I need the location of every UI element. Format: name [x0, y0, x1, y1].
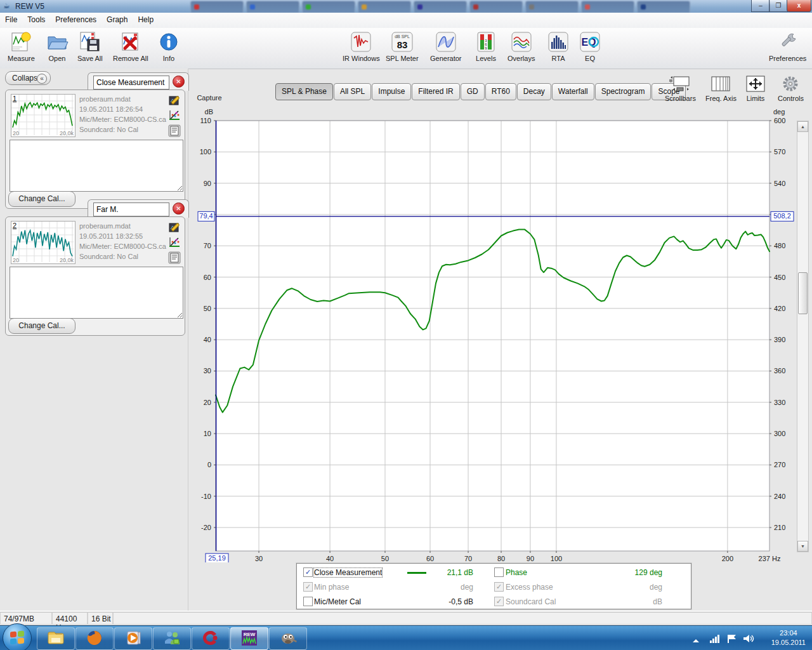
- toolbar-measure-button[interactable]: Measure: [8, 30, 35, 62]
- toolbar-overlays-button[interactable]: Overlays: [508, 30, 535, 62]
- background-tab: [637, 1, 690, 13]
- tab-spl-phase[interactable]: SPL & Phase: [275, 83, 333, 100]
- legend-checkbox-phase[interactable]: [494, 567, 504, 577]
- tab-decay[interactable]: Decay: [517, 83, 551, 100]
- measurement-name-input[interactable]: [93, 76, 169, 90]
- edit-icon[interactable]: [168, 94, 181, 107]
- legend-checkbox-excess-phase[interactable]: ✓: [494, 582, 504, 592]
- tab-spectrogram[interactable]: Spectrogram: [595, 83, 652, 100]
- taskbar-rew[interactable]: REW: [230, 627, 268, 650]
- notes-icon[interactable]: [168, 251, 181, 264]
- y-right-tick-label: 420: [774, 305, 785, 312]
- tab-all-spl[interactable]: All SPL: [334, 83, 371, 100]
- toolbar-levels-button[interactable]: 0369Levels: [475, 30, 497, 62]
- spl-phase-chart[interactable]: dBdeg11010090706050403020100-10-20600570…: [188, 102, 812, 562]
- menu-preferences[interactable]: Preferences: [50, 13, 102, 24]
- toolbar-preferences-button[interactable]: Preferences: [769, 30, 806, 62]
- graph-scrollbar[interactable]: ▲ ▼: [797, 121, 809, 552]
- legend-label[interactable]: Soundcard Cal: [506, 597, 556, 606]
- measurement-name-input[interactable]: [93, 202, 169, 216]
- change-cal-button[interactable]: Change Cal...: [8, 318, 75, 334]
- toolbar-button-label: Save All: [77, 55, 103, 62]
- measurement-panel[interactable]: 12020,0kproberaum.mdat19.05.2011 18:26:5…: [5, 90, 185, 209]
- start-button[interactable]: [3, 623, 32, 650]
- collapse-button[interactable]: Collapse «: [5, 71, 51, 85]
- measurement-close-icon[interactable]: ✕: [173, 76, 185, 88]
- volume-icon[interactable]: [742, 633, 754, 644]
- scatter-icon[interactable]: [168, 109, 181, 122]
- toolbar-button-label: IR Windows: [343, 55, 380, 62]
- notes-icon[interactable]: [168, 124, 181, 137]
- toolbar-remove-all-button[interactable]: Remove All: [113, 30, 148, 62]
- tab-waterfall[interactable]: Waterfall: [552, 83, 594, 100]
- plot-area[interactable]: [216, 121, 769, 551]
- background-tab-favicon: [362, 4, 367, 10]
- menu-tools[interactable]: Tools: [22, 13, 50, 24]
- tab-filtered-ir[interactable]: Filtered IR: [412, 83, 459, 100]
- scroll-up-arrow[interactable]: ▲: [797, 121, 808, 132]
- tray-date: 19.05.2011: [771, 638, 806, 647]
- measurement-thumbnail[interactable]: 12020,0k: [11, 94, 75, 137]
- scatter-icon[interactable]: [168, 236, 181, 249]
- minimize-button[interactable]: –: [751, 0, 770, 12]
- menu-file[interactable]: File: [0, 13, 22, 24]
- toolbar-button-label: RTA: [547, 55, 570, 62]
- ir-windows-icon: [350, 30, 372, 53]
- edit-icon[interactable]: [168, 221, 181, 234]
- background-tab: [581, 1, 634, 13]
- menu-help[interactable]: Help: [133, 13, 159, 24]
- measurement-thumbnail[interactable]: 22020,0k: [11, 221, 75, 264]
- toolbar-eq-button[interactable]: EQEQ: [579, 30, 601, 62]
- toolbar-rta-button[interactable]: RTA: [547, 30, 570, 62]
- measurement-panel[interactable]: 22020,0kproberaum.mdat19.05.2011 18:32:5…: [5, 216, 185, 336]
- y-right-tick-label: 570: [774, 148, 785, 156]
- close-button[interactable]: x: [787, 0, 811, 12]
- tray-clock[interactable]: 23:04 19.05.2011: [771, 628, 806, 647]
- toolbar-open-button[interactable]: Open: [46, 30, 69, 62]
- y-right-tick-label: 390: [774, 336, 785, 343]
- measurement-close-icon[interactable]: ✕: [173, 202, 185, 215]
- measurement-notes-box[interactable]: [10, 140, 183, 192]
- background-tab: [358, 1, 411, 13]
- action-center-flag-icon[interactable]: [726, 633, 737, 644]
- taskbar-firefox[interactable]: [75, 627, 114, 650]
- network-signal-icon[interactable]: [709, 633, 721, 644]
- controls-button[interactable]: Controls: [778, 75, 804, 102]
- media-player-icon: [115, 630, 152, 646]
- legend-label[interactable]: Excess phase: [506, 583, 553, 592]
- taskbar-media-player[interactable]: [114, 627, 152, 650]
- y-left-axis-title: dB: [205, 108, 213, 116]
- x-axis-end-label: 237 Hz: [759, 555, 781, 562]
- start-flag-blue: [10, 638, 16, 644]
- limits-button[interactable]: Limits: [743, 75, 768, 102]
- taskbar-messenger[interactable]: [153, 627, 191, 650]
- toolbar-ir-windows-button[interactable]: IR Windows: [343, 30, 380, 62]
- tab-impulse[interactable]: Impulse: [372, 83, 411, 100]
- freq-axis-button[interactable]: Freq. Axis: [705, 75, 737, 102]
- tab-rt60[interactable]: RT60: [485, 83, 516, 100]
- scroll-thumb[interactable]: [798, 272, 808, 314]
- y-right-tick-label: 210: [774, 524, 785, 531]
- scroll-down-arrow[interactable]: ▼: [797, 541, 808, 552]
- capture-button[interactable]: Capture: [195, 75, 223, 103]
- menu-graph[interactable]: Graph: [102, 13, 133, 24]
- change-cal-button[interactable]: Change Cal...: [8, 191, 75, 207]
- tab-gd[interactable]: GD: [461, 83, 485, 100]
- legend-label[interactable]: Phase: [506, 568, 527, 577]
- taskbar-cubase[interactable]: [192, 627, 230, 650]
- scrollbars-button[interactable]: Scrollbars: [665, 75, 696, 102]
- tray-expand-icon[interactable]: [690, 636, 702, 646]
- toolbar-generator-button[interactable]: Generator: [430, 30, 462, 62]
- restore-button[interactable]: ❐: [769, 0, 788, 12]
- background-tab-favicon: [250, 4, 255, 10]
- x-tick-label: 70: [464, 555, 472, 562]
- toolbar-spl-meter-button[interactable]: dB SPL83SPL Meter: [386, 30, 419, 62]
- taskbar-gimp[interactable]: [269, 627, 307, 650]
- taskbar-explorer[interactable]: [37, 627, 75, 650]
- legend-checkbox-soundcard-cal[interactable]: ✓: [494, 597, 504, 606]
- svg-text:dB SPL: dB SPL: [395, 34, 410, 39]
- measurement-notes-box[interactable]: [10, 267, 183, 319]
- toolbar-save-all-button[interactable]: Save All: [77, 30, 103, 62]
- toolbar-info-button[interactable]: Info: [157, 30, 180, 62]
- y-right-tick-label: 360: [774, 367, 785, 375]
